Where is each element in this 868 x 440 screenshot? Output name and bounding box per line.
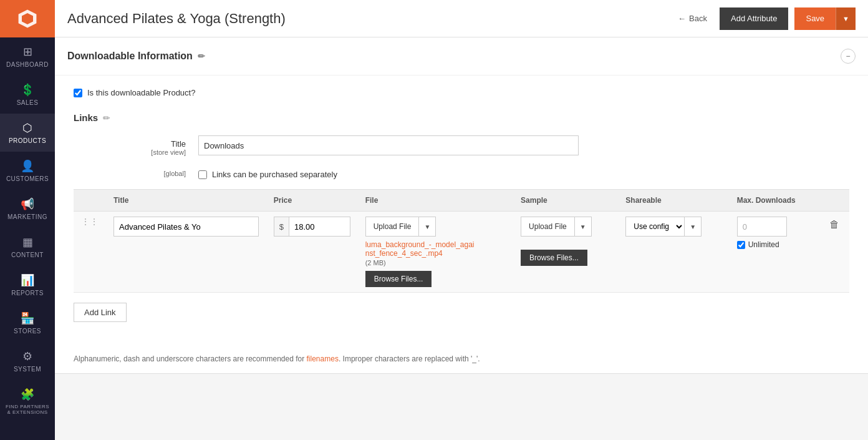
shareable-group: Use config Yes No ▼: [625, 217, 721, 237]
price-cell: $: [266, 212, 358, 293]
sidebar-item-label: CUSTOMERS: [6, 175, 49, 182]
links-title: Links: [74, 112, 98, 123]
sales-icon: 💲: [21, 83, 34, 97]
title-cell: [106, 212, 266, 293]
upload-file-button[interactable]: Upload File: [365, 217, 420, 237]
is-downloadable-label[interactable]: Is this downloadable Product?: [87, 88, 195, 97]
table-row: ⋮⋮ $: [74, 212, 849, 293]
page-title: Advanced Pilates & Yoga (Strength): [67, 11, 672, 27]
sidebar-item-marketing[interactable]: 📢 MARKETING: [0, 190, 55, 228]
save-button[interactable]: Save: [794, 7, 836, 30]
back-arrow-icon: ←: [678, 14, 686, 23]
panel-title-group: Downloadable Information ✏: [67, 51, 205, 62]
dashboard-icon: ⊞: [23, 45, 32, 59]
edit-links-icon[interactable]: ✏: [103, 113, 110, 123]
upload-file-group: Upload File ▼: [365, 217, 506, 237]
col-max-downloads: Max. Downloads: [730, 190, 819, 212]
sidebar-item-label: SALES: [17, 99, 39, 106]
upload-sample-group: Upload File ▼: [521, 217, 610, 237]
max-downloads-group: [737, 217, 812, 237]
unlimited-check-group: Unlimited: [737, 240, 812, 249]
delete-cell: 🗑: [819, 212, 849, 293]
panel-body: Is this downloadable Product? Links ✏ Ti…: [55, 76, 868, 345]
links-title-row: Title [store view]: [74, 135, 849, 156]
sidebar-item-label: FIND PARTNERS & EXTENSIONS: [4, 404, 51, 415]
sidebar-item-reports[interactable]: 📊 REPORTS: [0, 266, 55, 304]
unlimited-label[interactable]: Unlimited: [748, 240, 779, 249]
add-link-button[interactable]: Add Link: [74, 303, 127, 322]
back-label: Back: [689, 14, 707, 23]
downloadable-info-panel: Downloadable Information ✏ − Is this dow…: [55, 37, 868, 374]
sidebar-item-products[interactable]: ⬡ PRODUCTS: [0, 114, 55, 152]
global-tag-group: [global]: [74, 166, 198, 177]
links-title-input[interactable]: [198, 135, 579, 155]
browse-files-button[interactable]: Browse Files...: [365, 271, 432, 287]
collapse-panel-button[interactable]: −: [841, 49, 856, 64]
title-label-group: Title [store view]: [74, 135, 198, 156]
sidebar-item-label: CONTENT: [11, 252, 44, 258]
page-header: Advanced Pilates & Yoga (Strength) ← Bac…: [55, 0, 868, 37]
sidebar-item-partners[interactable]: 🧩 FIND PARTNERS & EXTENSIONS: [0, 380, 55, 423]
file-size: (2 MB): [365, 259, 386, 266]
system-icon: ⚙: [22, 350, 32, 363]
filenames-highlight: filenames: [307, 354, 339, 363]
reports-icon: 📊: [21, 273, 34, 287]
is-downloadable-checkbox[interactable]: [74, 89, 82, 97]
sidebar-item-customers[interactable]: 👤 CUSTOMERS: [0, 152, 55, 190]
sidebar-item-label: DASHBOARD: [6, 61, 49, 68]
col-price: Price: [266, 190, 358, 212]
customers-icon: 👤: [21, 159, 34, 173]
unlimited-checkbox[interactable]: [737, 241, 745, 249]
drag-handle-icon[interactable]: ⋮⋮: [81, 212, 99, 227]
sidebar-item-stores[interactable]: 🏪 STORES: [0, 304, 55, 342]
logo[interactable]: [0, 0, 55, 37]
sidebar-item-content[interactable]: ▦ CONTENT: [0, 228, 55, 266]
sidebar-item-label: PRODUCTS: [9, 137, 46, 144]
col-drag: [74, 190, 106, 212]
shareable-select[interactable]: Use config Yes No: [625, 217, 684, 237]
max-downloads-cell: Unlimited: [730, 212, 819, 293]
title-store-view: [store view]: [74, 149, 186, 156]
save-dropdown-button[interactable]: ▼: [836, 7, 856, 30]
main-content: Advanced Pilates & Yoga (Strength) ← Bac…: [55, 0, 868, 440]
browse-sample-button[interactable]: Browse Files...: [521, 250, 587, 266]
links-header: Links ✏: [74, 112, 849, 123]
sidebar: ⊞ DASHBOARD 💲 SALES ⬡ PRODUCTS 👤 CUSTOME…: [0, 0, 55, 440]
col-actions: [819, 190, 849, 212]
footer-note: Alphanumeric, dash and underscore charac…: [55, 345, 868, 373]
table-header-row: Title Price File Sample Shareable Max. D…: [74, 190, 849, 212]
price-input[interactable]: [289, 217, 333, 236]
add-attribute-button[interactable]: Add Attribute: [720, 7, 788, 30]
shareable-dropdown-button[interactable]: ▼: [684, 217, 702, 237]
links-purchasable-label[interactable]: Links can be purchased separately: [212, 170, 337, 179]
products-icon: ⬡: [22, 121, 32, 135]
save-button-group: Save ▼: [794, 7, 856, 30]
upload-file-dropdown[interactable]: ▼: [419, 217, 436, 237]
edit-title-icon[interactable]: ✏: [198, 51, 205, 61]
partners-icon: 🧩: [21, 388, 34, 401]
sample-cell: Upload File ▼ Browse Files...: [513, 212, 618, 293]
sidebar-item-label: REPORTS: [11, 290, 44, 296]
upload-sample-dropdown[interactable]: ▼: [575, 217, 592, 237]
header-actions: ← Back Add Attribute Save ▼: [672, 7, 856, 30]
back-button[interactable]: ← Back: [672, 10, 713, 27]
col-file: File: [358, 190, 513, 212]
stores-icon: 🏪: [21, 311, 34, 325]
links-section: Links ✏ Title [store view]: [74, 112, 849, 322]
sidebar-item-system[interactable]: ⚙ SYSTEM: [0, 342, 55, 380]
title-label: Title: [74, 139, 186, 149]
content-icon: ▦: [22, 235, 33, 249]
links-purchasable-checkbox[interactable]: [198, 170, 207, 179]
links-table: Title Price File Sample Shareable Max. D…: [74, 189, 849, 293]
sidebar-item-dashboard[interactable]: ⊞ DASHBOARD: [0, 37, 55, 76]
delete-row-button[interactable]: 🗑: [827, 217, 842, 233]
col-sample: Sample: [513, 190, 618, 212]
file-cell: Upload File ▼ luma_background_-_model_ag…: [358, 212, 513, 293]
file-link[interactable]: luma_background_-_model_against_fence_4_…: [365, 240, 478, 258]
sidebar-item-sales[interactable]: 💲 SALES: [0, 76, 55, 114]
upload-sample-button[interactable]: Upload File: [521, 217, 575, 237]
global-tag: [global]: [74, 170, 186, 177]
row-title-input[interactable]: [113, 217, 259, 237]
price-prefix: $: [274, 217, 289, 236]
max-downloads-input[interactable]: [737, 217, 787, 237]
